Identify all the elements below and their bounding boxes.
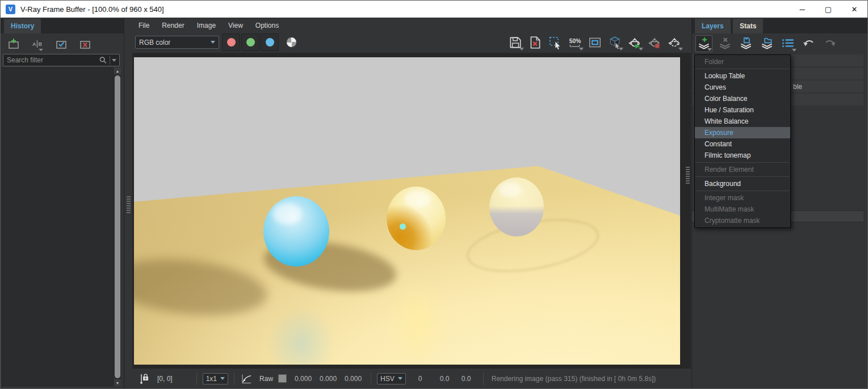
- menu-render[interactable]: Render: [156, 22, 190, 29]
- scroll-down-icon[interactable]: ▼: [114, 379, 121, 386]
- maximize-button[interactable]: ▢: [815, 1, 841, 18]
- menu-item-background[interactable]: Background: [695, 178, 790, 189]
- menu-options[interactable]: Options: [249, 22, 285, 29]
- rendered-image[interactable]: [134, 57, 680, 365]
- left-splitter-handle[interactable]: [127, 196, 131, 213]
- history-tabstrip: History: [1, 19, 124, 33]
- menu-item-curves[interactable]: Curves: [695, 82, 790, 93]
- region-select-button[interactable]: [547, 34, 564, 51]
- search-options-button[interactable]: [112, 59, 119, 62]
- fit-view-icon: [588, 35, 602, 50]
- chevron-down-icon: [707, 48, 712, 51]
- stop-render-button[interactable]: [646, 34, 663, 51]
- menu-item-cryptomatte-mask[interactable]: Cryptomatte mask: [695, 215, 790, 226]
- menu-item-render-element[interactable]: Render Element: [695, 164, 790, 175]
- raw-b-value: 0.000: [345, 375, 365, 383]
- set-history-button[interactable]: [53, 36, 70, 53]
- region-select-icon: [548, 35, 563, 50]
- history-panel: History A B: [1, 18, 124, 388]
- save-image-button[interactable]: [507, 34, 524, 51]
- red-channel-button[interactable]: [222, 33, 240, 51]
- load-layers-button[interactable]: [758, 35, 775, 52]
- menu-item-multimatte-mask[interactable]: MultiMatte mask: [695, 204, 790, 215]
- color-mode-select[interactable]: HSV: [377, 373, 406, 384]
- clear-image-icon: [528, 35, 543, 50]
- close-button[interactable]: ✕: [841, 1, 867, 18]
- blue-channel-icon: [266, 38, 274, 46]
- stop-render-teapot-icon: [647, 35, 662, 50]
- menu-item-lookup-table[interactable]: Lookup Table: [695, 70, 790, 82]
- pixel-lock-button[interactable]: [138, 373, 150, 385]
- hsv-s-value: 0.0: [440, 375, 462, 383]
- pixel-zoom-select[interactable]: 1x1: [203, 373, 228, 384]
- chevron-down-icon: [579, 48, 584, 50]
- menu-item-constant[interactable]: Constant: [695, 138, 790, 150]
- history-list[interactable]: [2, 67, 114, 386]
- menu-image[interactable]: Image: [191, 22, 222, 29]
- scrollbar-thumb[interactable]: [115, 75, 120, 378]
- pixel-coords: [0, 0]: [157, 375, 173, 383]
- tab-stats[interactable]: Stats: [733, 19, 763, 33]
- add-layer-button[interactable]: [695, 35, 712, 52]
- history-scrollbar[interactable]: ▲ ▼: [114, 67, 121, 386]
- menu-item-hue-saturation[interactable]: Hue / Saturation: [695, 104, 790, 116]
- channel-select-value: RGB color: [139, 39, 170, 46]
- layers-toolbar: [695, 35, 838, 52]
- ab-compare-icon: A B: [31, 37, 44, 51]
- tab-layers[interactable]: Layers: [695, 19, 731, 33]
- chevron-down-icon: [112, 59, 116, 62]
- region-render-button[interactable]: [666, 34, 683, 51]
- undo-button[interactable]: [800, 35, 817, 52]
- render-viewport[interactable]: [132, 53, 691, 369]
- ab-compare-button[interactable]: A B: [29, 36, 46, 53]
- chevron-down-icon: [678, 48, 683, 50]
- display-toolbar: RGB color: [132, 32, 691, 53]
- render-last-button[interactable]: [626, 34, 643, 51]
- right-splitter-handle[interactable]: [686, 167, 690, 184]
- menu-item-integer-mask[interactable]: Integer mask: [695, 192, 790, 204]
- clear-image-button[interactable]: [527, 34, 544, 51]
- remove-history-button[interactable]: [77, 36, 94, 53]
- statusbar: [0, 0] 1x1 Raw 0.000 0.000 0.000 HSV 0 0…: [132, 368, 691, 388]
- zoom-50-button[interactable]: 50%: [567, 34, 584, 51]
- divider: [483, 373, 484, 385]
- search-input[interactable]: [3, 56, 98, 64]
- menu-file[interactable]: File: [132, 22, 156, 29]
- raw-label: Raw: [259, 375, 273, 383]
- blue-channel-button[interactable]: [261, 33, 279, 51]
- search-filter-box: [3, 54, 120, 66]
- add-to-history-button[interactable]: [5, 36, 22, 53]
- chevron-down-icon: [398, 377, 402, 380]
- redo-button[interactable]: [821, 35, 838, 52]
- menubar: File Render Image View Options: [132, 19, 285, 32]
- menu-item-exposure[interactable]: Exposure: [695, 127, 790, 138]
- fit-view-button[interactable]: [586, 34, 603, 51]
- scroll-up-icon[interactable]: ▲: [114, 67, 121, 74]
- menu-item-color-balance[interactable]: Color Balance: [695, 93, 790, 104]
- color-curve-toggle[interactable]: [240, 373, 253, 385]
- layers-tabstrip: Layers Stats: [692, 19, 867, 33]
- tab-history[interactable]: History: [4, 19, 41, 33]
- svg-text:50%: 50%: [569, 38, 581, 44]
- menu-item-white-balance[interactable]: White Balance: [695, 116, 790, 127]
- chevron-down-icon: [639, 48, 643, 50]
- save-layers-button[interactable]: [737, 35, 754, 52]
- isolate-select-button[interactable]: [606, 34, 623, 51]
- menu-view[interactable]: View: [222, 22, 249, 29]
- history-toolbar: A B: [5, 36, 94, 53]
- layer-list-button[interactable]: [779, 35, 796, 52]
- vfb-window: V V-Ray Frame Buffer - [100.0% of 960 x …: [0, 0, 868, 389]
- menu-item-filmic-tonemap[interactable]: Filmic tonemap: [695, 150, 790, 161]
- divider: [196, 373, 197, 385]
- minimize-button[interactable]: ─: [789, 1, 815, 18]
- blue-glass-sphere: [263, 196, 329, 267]
- pin-lock-icon: [138, 373, 150, 385]
- channel-select[interactable]: RGB color: [135, 36, 219, 49]
- pixel-zoom-value: 1x1: [206, 375, 217, 383]
- load-layers-icon: [760, 36, 774, 51]
- menu-item-folder[interactable]: Folder: [695, 56, 790, 67]
- delete-layer-button[interactable]: [716, 35, 733, 52]
- green-channel-button[interactable]: [241, 33, 259, 51]
- titlebar[interactable]: V V-Ray Frame Buffer - [100.0% of 960 x …: [1, 1, 867, 18]
- alpha-checker-icon[interactable]: [287, 37, 296, 47]
